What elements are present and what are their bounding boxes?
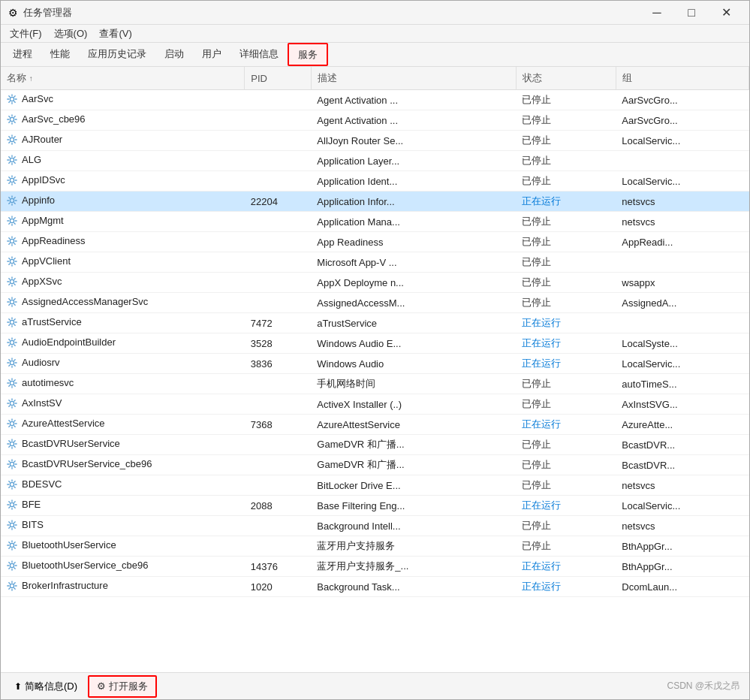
cell-desc: GameDVR 和广播... bbox=[311, 435, 516, 455]
cell-status: 正在运行 bbox=[516, 333, 616, 354]
cell-group: netsvcs bbox=[616, 212, 748, 232]
tab-startup[interactable]: 启动 bbox=[155, 43, 193, 66]
content-area: 名称 ↑ PID 描述 状态 组 bbox=[1, 67, 749, 672]
svg-point-4 bbox=[10, 178, 14, 182]
tab-users[interactable]: 用户 bbox=[193, 43, 230, 66]
cell-group: netsvcs bbox=[616, 192, 748, 212]
cell-desc: App Readiness bbox=[311, 232, 516, 252]
service-gear-icon bbox=[7, 297, 17, 307]
open-service-button[interactable]: ⚙ 打开服务 bbox=[88, 675, 157, 698]
table-row[interactable]: AppIDSvc Application Ident... 已停止 LocalS… bbox=[1, 171, 749, 192]
header-pid[interactable]: PID bbox=[245, 67, 312, 90]
table-row[interactable]: BFE 2088 Base Filtering Eng... 正在运行 Loca… bbox=[1, 496, 749, 516]
header-desc[interactable]: 描述 bbox=[311, 67, 516, 90]
table-row[interactable]: AxInstSV ActiveX Installer (..) 已停止 AxIn… bbox=[1, 394, 749, 415]
service-gear-icon bbox=[7, 317, 17, 327]
cell-name: autotimesvc bbox=[1, 374, 245, 394]
table-row[interactable]: AppReadiness App Readiness 已停止 AppReadi.… bbox=[1, 232, 749, 252]
cell-pid bbox=[245, 252, 312, 273]
tab-services[interactable]: 服务 bbox=[288, 43, 328, 66]
table-row[interactable]: ALG Application Layer... 已停止 bbox=[1, 151, 749, 171]
header-status[interactable]: 状态 bbox=[516, 67, 616, 90]
table-row[interactable]: AJRouter AllJoyn Router Se... 已停止 LocalS… bbox=[1, 131, 749, 151]
maximize-button[interactable]: □ bbox=[674, 1, 709, 25]
watermark: CSDN @禾戊之昂 bbox=[667, 680, 740, 692]
table-row[interactable]: BITS Background Intell... 已停止 netsvcs bbox=[1, 516, 749, 536]
title-bar: ⚙ 任务管理器 ─ □ ✕ bbox=[1, 1, 749, 25]
service-gear-icon bbox=[7, 398, 17, 409]
tab-processes[interactable]: 进程 bbox=[4, 43, 41, 66]
cell-status: 已停止 bbox=[516, 455, 616, 475]
header-group[interactable]: 组 bbox=[616, 67, 748, 90]
menu-view[interactable]: 查看(V) bbox=[93, 26, 137, 42]
cell-name: BcastDVRUserService bbox=[1, 435, 245, 455]
cell-name: BluetoothUserService bbox=[1, 536, 245, 557]
services-table-container[interactable]: 名称 ↑ PID 描述 状态 组 bbox=[1, 67, 749, 672]
menu-file[interactable]: 文件(F) bbox=[4, 26, 48, 42]
cell-group: AxInstSVG... bbox=[616, 394, 748, 415]
menu-options[interactable]: 选项(O) bbox=[48, 26, 94, 42]
minimize-button[interactable]: ─ bbox=[640, 1, 674, 25]
cell-desc: Microsoft App-V ... bbox=[311, 252, 516, 273]
cell-desc: Base Filtering Eng... bbox=[311, 496, 516, 516]
table-row[interactable]: BDESVC BitLocker Drive E... 已停止 netsvcs bbox=[1, 475, 749, 496]
service-gear-icon bbox=[7, 459, 17, 469]
cell-desc: AllJoyn Router Se... bbox=[311, 131, 516, 151]
cell-group: BthAppGr... bbox=[616, 536, 748, 557]
window-title: 任务管理器 bbox=[23, 6, 640, 20]
tab-performance[interactable]: 性能 bbox=[41, 43, 79, 66]
tab-app-history[interactable]: 应用历史记录 bbox=[79, 43, 155, 66]
svg-point-22 bbox=[10, 543, 14, 547]
cell-name: BITS bbox=[1, 516, 245, 536]
cell-name: AarSvc_cbe96 bbox=[1, 110, 245, 131]
summary-button[interactable]: ⬆ 简略信息(D) bbox=[10, 678, 82, 695]
table-row[interactable]: BluetoothUserService_cbe96 14376 蓝牙用户支持服… bbox=[1, 557, 749, 577]
table-row[interactable]: BluetoothUserService 蓝牙用户支持服务 已停止 BthApp… bbox=[1, 536, 749, 557]
table-row[interactable]: AarSvc Agent Activation ... 已停止 AarSvcGr… bbox=[1, 90, 749, 110]
cell-status: 已停止 bbox=[516, 90, 616, 110]
cell-name: aTrustService bbox=[1, 313, 245, 333]
cell-status: 已停止 bbox=[516, 171, 616, 192]
cell-group bbox=[616, 151, 748, 171]
table-row[interactable]: aTrustService 7472 aTrustService 正在运行 bbox=[1, 313, 749, 333]
cell-group bbox=[616, 252, 748, 273]
cell-status: 已停止 bbox=[516, 536, 616, 557]
table-row[interactable]: BcastDVRUserService_cbe96 GameDVR 和广播...… bbox=[1, 455, 749, 475]
cell-group: netsvcs bbox=[616, 516, 748, 536]
table-row[interactable]: AppMgmt Application Mana... 已停止 netsvcs bbox=[1, 212, 749, 232]
table-row[interactable]: AssignedAccessManagerSvc AssignedAccessM… bbox=[1, 293, 749, 313]
svg-point-5 bbox=[10, 198, 14, 202]
cell-group: AzureAtte... bbox=[616, 415, 748, 435]
table-header: 名称 ↑ PID 描述 状态 组 bbox=[1, 67, 749, 90]
cell-group: AppReadi... bbox=[616, 232, 748, 252]
table-row[interactable]: AarSvc_cbe96 Agent Activation ... 已停止 Aa… bbox=[1, 110, 749, 131]
table-row[interactable]: AudioEndpointBuilder 3528 Windows Audio … bbox=[1, 333, 749, 354]
cell-name: AppVClient bbox=[1, 252, 245, 273]
svg-point-7 bbox=[10, 239, 14, 243]
table-row[interactable]: Audiosrv 3836 Windows Audio 正在运行 LocalSe… bbox=[1, 354, 749, 374]
menu-bar: 文件(F) 选项(O) 查看(V) bbox=[1, 25, 749, 43]
table-row[interactable]: AzureAttestService 7368 AzureAttestServi… bbox=[1, 415, 749, 435]
cell-name: BFE bbox=[1, 496, 245, 516]
cell-name: BDESVC bbox=[1, 475, 245, 496]
cell-group: LocalServic... bbox=[616, 171, 748, 192]
table-row[interactable]: AppXSvc AppX Deployme n... 已停止 wsappx bbox=[1, 273, 749, 293]
table-row[interactable]: BrokerInfrastructure 1020 Background Tas… bbox=[1, 577, 749, 597]
cell-status: 已停止 bbox=[516, 110, 616, 131]
table-row[interactable]: autotimesvc 手机网络时间 已停止 autoTimeS... bbox=[1, 374, 749, 394]
table-row[interactable]: Appinfo 22204 Application Infor... 正在运行 … bbox=[1, 192, 749, 212]
cell-desc: AssignedAccessM... bbox=[311, 293, 516, 313]
cell-status: 已停止 bbox=[516, 293, 616, 313]
service-gear-icon bbox=[7, 155, 17, 165]
svg-point-10 bbox=[10, 300, 14, 303]
header-name[interactable]: 名称 ↑ bbox=[1, 67, 245, 90]
tab-details[interactable]: 详细信息 bbox=[230, 43, 288, 66]
table-row[interactable]: AppVClient Microsoft App-V ... 已停止 bbox=[1, 252, 749, 273]
table-row[interactable]: BcastDVRUserService GameDVR 和广播... 已停止 B… bbox=[1, 435, 749, 455]
svg-point-17 bbox=[10, 442, 14, 445]
close-button[interactable]: ✕ bbox=[709, 1, 743, 25]
service-gear-icon bbox=[7, 439, 17, 449]
window-controls: ─ □ ✕ bbox=[640, 1, 743, 25]
cell-group: netsvcs bbox=[616, 475, 748, 496]
cell-desc: AzureAttestService bbox=[311, 415, 516, 435]
